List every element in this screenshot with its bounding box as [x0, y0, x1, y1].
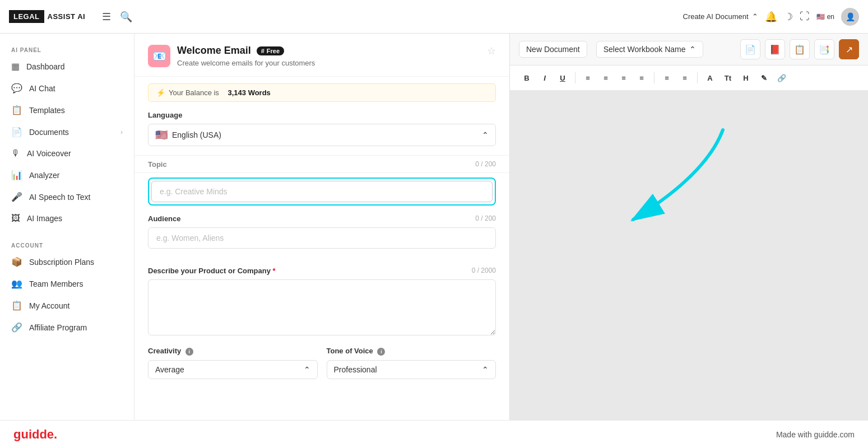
- export-icon[interactable]: ↗: [839, 39, 859, 59]
- unordered-list-button[interactable]: ≡: [677, 70, 693, 86]
- product-label: Describe your Product or Company * 0 / 2…: [148, 267, 496, 275]
- template-title-row: Welcome Email # Free: [177, 45, 480, 57]
- align-center-button[interactable]: ≡: [598, 70, 614, 86]
- create-ai-document-button[interactable]: Create AI Document ⌃: [683, 12, 758, 21]
- images-icon: 🖼: [11, 213, 20, 223]
- document-right-panel: New Document Select Workbook Name ⌃ 📄 📕 …: [510, 34, 868, 420]
- template-info: Welcome Email # Free Create welcome emai…: [177, 45, 480, 67]
- format-toolbar: B I U ≡ ≡ ≡ ≡ ≡ ≡ A Tt H ✎ 🔗: [510, 66, 868, 91]
- sidebar-item-analyzer[interactable]: 📊 Analyzer: [0, 164, 134, 186]
- badge-label: Free: [267, 48, 280, 54]
- sidebar-label-team: Team Members: [29, 279, 83, 288]
- sidebar-item-my-account[interactable]: 📋 My Account: [0, 295, 134, 316]
- sidebar-label-templates: Templates: [29, 106, 65, 115]
- template-left-panel: 📧 Welcome Email # Free Create welcome em…: [134, 34, 510, 420]
- audience-count: 0 / 200: [475, 214, 496, 222]
- required-asterisk: *: [273, 267, 276, 275]
- ordered-list-button[interactable]: ≡: [659, 70, 675, 86]
- product-count: 0 / 2000: [472, 267, 496, 274]
- header-icons: ☰ 🔍: [102, 11, 132, 23]
- chevron-right-icon: ›: [120, 128, 123, 136]
- logo[interactable]: LEGAL ASSIST AI: [9, 10, 89, 23]
- topic-input[interactable]: [151, 181, 493, 202]
- chat-icon: 💬: [11, 83, 22, 94]
- templates-icon: 📋: [11, 105, 22, 115]
- sidebar-item-ai-voiceover[interactable]: 🎙 AI Voiceover: [0, 143, 134, 164]
- arrow-annotation: [566, 119, 734, 259]
- copy-doc-icon[interactable]: 📋: [790, 39, 810, 59]
- format-separator-3: [697, 72, 698, 83]
- sidebar-item-ai-chat[interactable]: 💬 AI Chat: [0, 77, 134, 99]
- product-textarea[interactable]: [148, 279, 496, 335]
- heading-button[interactable]: H: [738, 70, 754, 86]
- font-size-button[interactable]: Tt: [720, 70, 736, 86]
- search-icon[interactable]: 🔍: [120, 11, 132, 23]
- italic-button[interactable]: I: [537, 70, 553, 86]
- align-right-button[interactable]: ≡: [616, 70, 632, 86]
- sidebar-item-dashboard[interactable]: ▦ Dashboard: [0, 55, 134, 77]
- content-area: 📧 Welcome Email # Free Create welcome em…: [134, 34, 868, 420]
- sidebar: AI PANEL ▦ Dashboard 💬 AI Chat 📋 Templat…: [0, 34, 134, 420]
- form-section: Language 🇺🇸 English (USA) ⌃: [134, 111, 509, 155]
- sidebar-label-affiliate: Affiliate Program: [29, 323, 87, 332]
- creativity-label: Creativity i: [148, 347, 318, 356]
- creativity-value: Average: [155, 365, 184, 374]
- guidde-logo-text: guidde.: [13, 427, 57, 442]
- balance-label: Your Balance is: [169, 88, 219, 97]
- link-button[interactable]: 🔗: [774, 70, 790, 86]
- workbook-select[interactable]: Select Workbook Name ⌃: [596, 41, 703, 58]
- sidebar-item-affiliate[interactable]: 🔗 Affiliate Program: [0, 316, 134, 338]
- creativity-info-icon[interactable]: i: [185, 348, 193, 356]
- sidebar-item-documents[interactable]: 📄 Documents ›: [0, 121, 134, 143]
- sidebar-item-ai-images[interactable]: 🖼 AI Images: [0, 208, 134, 229]
- tone-select[interactable]: Professional ⌃: [327, 360, 496, 379]
- template-name: Welcome Email: [177, 45, 251, 57]
- sidebar-label-ai-voiceover: AI Voiceover: [27, 149, 71, 158]
- partial-hidden-row: Topic 0 / 200: [134, 155, 509, 173]
- sidebar-item-ai-speech[interactable]: 🎤 AI Speech to Text: [0, 186, 134, 208]
- favorite-star-icon[interactable]: ☆: [487, 45, 496, 57]
- header: LEGAL ASSIST AI ☰ 🔍 Create AI Document ⌃…: [0, 0, 868, 34]
- sidebar-label-dashboard: Dashboard: [26, 62, 65, 71]
- user-avatar[interactable]: 👤: [841, 8, 859, 26]
- sidebar-item-team[interactable]: 👥 Team Members: [0, 273, 134, 295]
- underline-button[interactable]: U: [555, 70, 570, 86]
- justify-button[interactable]: ≡: [634, 70, 649, 86]
- menu-icon[interactable]: ☰: [102, 11, 111, 23]
- footer-tagline: Made with guidde.com: [776, 430, 855, 439]
- my-account-icon: 📋: [11, 300, 22, 311]
- chevron-up-icon: ⌃: [752, 12, 758, 21]
- sidebar-label-documents: Documents: [29, 128, 69, 137]
- audience-input[interactable]: [148, 227, 496, 249]
- notification-bell-icon[interactable]: 🔔: [765, 11, 777, 23]
- dark-mode-icon[interactable]: ☽: [784, 11, 793, 23]
- audience-section: Audience 0 / 200: [134, 214, 509, 258]
- sidebar-label-ai-chat: AI Chat: [29, 84, 55, 93]
- logo-legal: LEGAL: [9, 10, 44, 23]
- pdf-icon[interactable]: 📕: [765, 39, 785, 59]
- bottom-form-row: Creativity i Average ⌃ Tone of Voice i P…: [134, 347, 509, 388]
- creativity-select[interactable]: Average ⌃: [148, 360, 318, 379]
- bold-button[interactable]: B: [519, 70, 535, 86]
- audience-label: Audience 0 / 200: [148, 214, 496, 223]
- documents-icon: 📄: [11, 127, 22, 137]
- language-select[interactable]: 🇺🇸 English (USA) ⌃: [148, 124, 496, 146]
- share-doc-icon[interactable]: 📑: [814, 39, 834, 59]
- language-selector[interactable]: 🇺🇸 en: [816, 13, 834, 21]
- align-left-button[interactable]: ≡: [580, 70, 596, 86]
- sidebar-item-templates[interactable]: 📋 Templates: [0, 99, 134, 121]
- highlight-button[interactable]: ✎: [756, 70, 772, 86]
- topic-input-wrapper: [148, 178, 496, 206]
- balance-value: 3,143 Words: [228, 88, 270, 97]
- tone-col: Tone of Voice i Professional ⌃: [327, 347, 496, 379]
- template-description: Create welcome emails for your customers: [177, 59, 480, 67]
- template-icon: 📧: [148, 45, 170, 67]
- font-color-button[interactable]: A: [702, 70, 718, 86]
- tone-info-icon[interactable]: i: [377, 348, 385, 356]
- new-document-button[interactable]: New Document: [519, 41, 587, 58]
- create-doc-label: Create AI Document: [683, 12, 749, 21]
- download-doc-icon[interactable]: 📄: [740, 39, 760, 59]
- sidebar-item-subscription[interactable]: 📦 Subscription Plans: [0, 251, 134, 273]
- fullscreen-icon[interactable]: ⛶: [800, 11, 810, 22]
- sidebar-label-analyzer: Analyzer: [29, 171, 59, 180]
